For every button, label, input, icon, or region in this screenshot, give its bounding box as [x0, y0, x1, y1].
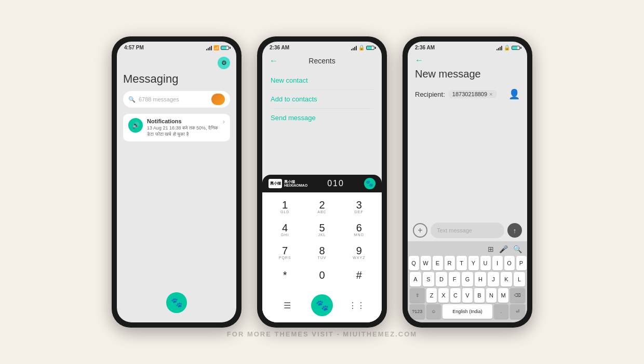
dial-row-1: 1 GLD 2 ABC 3 DEF — [266, 196, 378, 217]
dial-key-star[interactable]: * — [269, 264, 301, 286]
battery-icon-3 — [512, 46, 520, 50]
key-R[interactable]: R — [445, 256, 455, 270]
phone-3-header: ← — [408, 53, 527, 68]
back-arrow-2[interactable]: ← — [270, 56, 278, 66]
recents-item-2[interactable]: Send message — [271, 109, 373, 127]
keyboard-row-3: ⇧ Z X C V B N M ⌫ — [410, 288, 525, 303]
key-T[interactable]: T — [457, 256, 467, 270]
key-O[interactable]: O — [504, 256, 515, 270]
phone-2: 2:36 AM 🔒 ← Recents New contact Add to c… — [257, 36, 387, 328]
key-U[interactable]: U — [480, 256, 491, 270]
send-button[interactable]: ↑ — [507, 223, 522, 238]
key-V[interactable]: V — [462, 288, 473, 303]
dial-key-6[interactable]: 6 MNO — [343, 218, 375, 240]
key-enter[interactable]: ⏎ — [510, 304, 525, 319]
key-G[interactable]: G — [462, 272, 473, 287]
recents-item-1[interactable]: Add to contacts — [271, 90, 373, 109]
key-shift[interactable]: ⇧ — [410, 288, 425, 303]
dial-key-0[interactable]: 0 — [306, 264, 338, 286]
signal-icon-1 — [206, 45, 212, 50]
phone-2-header: ← Recents — [262, 53, 382, 69]
key-I[interactable]: I — [492, 256, 503, 270]
recipient-number: 18730218809 — [452, 91, 487, 97]
notification-icon: 🔊 — [128, 118, 143, 133]
search-orange-button[interactable] — [211, 94, 225, 105]
dialer-display-number: 010 — [327, 179, 344, 188]
messaging-title: Messaging — [123, 72, 230, 86]
key-M[interactable]: M — [498, 288, 508, 303]
dial-key-9[interactable]: 9 WXYZ — [343, 241, 375, 263]
key-period[interactable]: . — [494, 304, 509, 319]
keyboard-row-1: Q W E R T Y U I O P — [410, 256, 525, 270]
recents-item-0[interactable]: New contact — [271, 71, 373, 90]
dial-key-1[interactable]: 1 GLD — [269, 196, 301, 217]
key-Q[interactable]: Q — [409, 256, 419, 270]
search-bar[interactable]: 🔍 6788 messages — [123, 91, 230, 108]
key-E[interactable]: E — [433, 256, 443, 270]
back-arrow-3[interactable]: ← — [415, 56, 423, 65]
notification-card: 🔊 Notifications 13 Aug 21 16:38 बजे तक 5… — [123, 114, 230, 141]
dial-key-7[interactable]: 7 PQRS — [269, 241, 301, 263]
notification-title: Notifications — [147, 118, 219, 124]
dialer-menu-icon[interactable]: ☰ — [278, 296, 297, 315]
key-F[interactable]: F — [449, 272, 460, 287]
key-K[interactable]: K — [501, 272, 512, 287]
fab-paw[interactable]: 🐾 — [166, 292, 187, 313]
battery-icon-2 — [366, 46, 374, 50]
key-H[interactable]: H — [475, 272, 486, 287]
phone-3-screen: 2:36 AM 🔒 ← New message Recipient: 18730… — [408, 42, 527, 322]
key-space[interactable]: English (India) — [442, 304, 492, 319]
key-N[interactable]: N — [486, 288, 497, 303]
dial-key-2[interactable]: 2 ABC — [306, 196, 338, 217]
keyboard-search-icon[interactable]: 🔍 — [513, 245, 522, 253]
status-time-2: 2:36 AM — [270, 45, 289, 50]
key-L[interactable]: L — [514, 272, 525, 287]
key-J[interactable]: J — [488, 272, 499, 287]
key-D[interactable]: D — [436, 272, 447, 287]
keyboard-mic-icon[interactable]: 🎤 — [499, 245, 508, 253]
key-delete[interactable]: ⌫ — [510, 288, 525, 303]
search-placeholder: 6788 messages — [139, 96, 208, 102]
dialer-paw-icon[interactable]: 🐾 — [364, 178, 375, 189]
dial-key-3[interactable]: 3 DEF — [343, 196, 375, 217]
keyboard-grid-icon[interactable]: ⊞ — [488, 245, 494, 253]
dial-key-8[interactable]: 8 TUV — [306, 241, 338, 263]
keyboard-row-2: A S D F G H J K L — [410, 272, 525, 287]
contact-picker-icon[interactable]: 👤 — [508, 88, 520, 100]
recents-empty-area — [262, 129, 382, 175]
key-Z[interactable]: Z — [426, 288, 437, 303]
chip-close-icon[interactable]: × — [489, 91, 492, 97]
attachment-button[interactable]: + — [413, 223, 427, 238]
message-body-area — [408, 104, 527, 219]
dialer-logo: 黑小猫 黑小猫HEIXIAOMAO — [269, 179, 307, 188]
status-icons-3: 🔒 — [497, 45, 520, 50]
settings-icon[interactable]: ⚙ — [218, 57, 230, 69]
text-message-input[interactable]: Text message — [431, 223, 504, 238]
key-Y[interactable]: Y — [468, 256, 479, 270]
dial-key-5[interactable]: 5 JKL — [306, 218, 338, 240]
key-S[interactable]: S — [423, 272, 434, 287]
dial-key-4[interactable]: 4 GHI — [269, 218, 301, 240]
recipient-chip[interactable]: 18730218809 × — [448, 90, 497, 98]
dialer-grid-icon[interactable]: ⋮⋮ — [347, 296, 366, 315]
recents-title: Recents — [308, 57, 335, 65]
key-P[interactable]: P — [516, 256, 527, 270]
key-123[interactable]: ?123 — [410, 304, 425, 319]
key-A[interactable]: A — [410, 272, 421, 287]
wifi-icon-1: 📶 — [213, 45, 219, 50]
key-W[interactable]: W — [421, 256, 431, 270]
key-X[interactable]: X — [438, 288, 449, 303]
settings-row: ⚙ — [123, 57, 230, 69]
wifi-icon-3: 🔒 — [504, 45, 510, 50]
signal-icon-2 — [351, 45, 357, 50]
watermark-text: FOR MORE THEMES VISIT - MIUITHEMEZ.COM — [227, 330, 417, 338]
key-C[interactable]: C — [450, 288, 461, 303]
notification-arrow: › — [223, 118, 225, 125]
dialer-paw-call-btn[interactable]: 🐾 — [311, 294, 333, 316]
key-emoji[interactable]: ☺ — [426, 304, 441, 319]
key-B[interactable]: B — [474, 288, 485, 303]
message-input-row: + Text message ↑ — [408, 219, 527, 241]
dial-key-hash[interactable]: # — [343, 264, 375, 286]
phone-3: 2:36 AM 🔒 ← New message Recipient: 18730… — [403, 36, 532, 328]
dialer-header: 黑小猫 黑小猫HEIXIAOMAO 010 🐾 — [262, 175, 382, 192]
